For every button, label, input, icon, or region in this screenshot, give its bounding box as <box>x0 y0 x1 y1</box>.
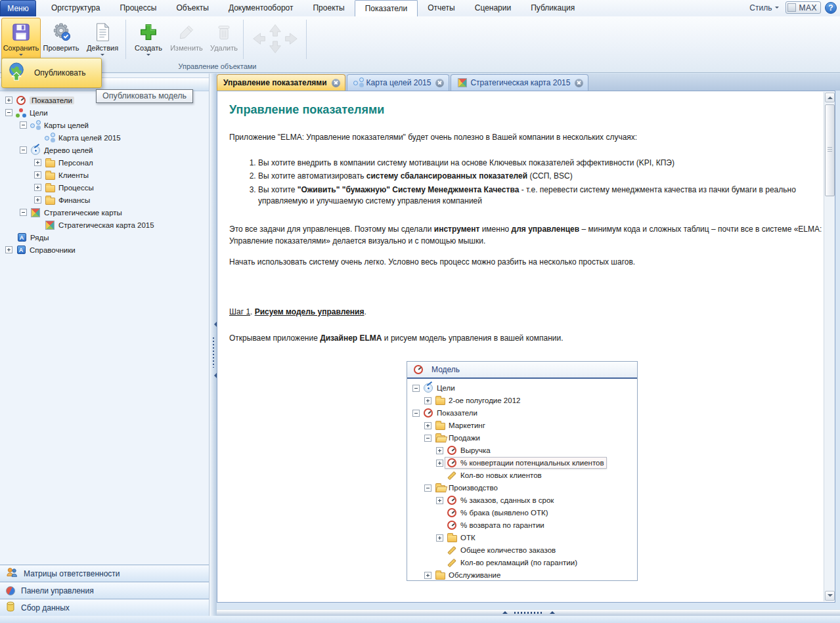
list-item: Вы хотите внедрить в компании систему мо… <box>258 158 827 169</box>
expander-plus-icon[interactable] <box>34 159 41 166</box>
tree-item-processes[interactable]: Процессы <box>0 181 209 194</box>
scroll-down-button[interactable] <box>825 591 835 601</box>
splitter-grip[interactable] <box>213 337 214 368</box>
edit-pencil-icon <box>177 20 196 43</box>
reference-icon <box>16 245 26 255</box>
paragraph: Начать использовать систему очень легко.… <box>229 256 827 268</box>
tab-reports[interactable]: Отчеты <box>418 0 464 16</box>
menu-button[interactable]: Меню <box>0 0 36 16</box>
help-button[interactable]: ? <box>825 2 837 14</box>
move-arrows-group[interactable] <box>247 18 303 61</box>
window-state-icon <box>787 3 796 12</box>
expander-plus-icon[interactable] <box>5 97 12 104</box>
folder-icon <box>45 183 55 193</box>
scrollbar-thumb[interactable] <box>825 104 835 196</box>
style-button[interactable]: Стиль <box>747 2 782 14</box>
gauge-icon <box>447 458 457 468</box>
expander-minus-icon[interactable] <box>20 121 27 129</box>
tree-item-strategy-maps[interactable]: Стратегические карты <box>0 206 209 219</box>
expander-plus-icon <box>424 397 431 404</box>
scroll-up-button[interactable] <box>825 93 835 102</box>
panel-data-collection[interactable]: Сбор данных <box>0 599 209 616</box>
tree-item-goal-map-2015[interactable]: Карта целей 2015 <box>0 131 209 144</box>
tree-item-clients[interactable]: Клиенты <box>0 169 209 181</box>
actions-dropdown-caret[interactable] <box>100 54 104 58</box>
tab-indicators[interactable]: Показатели <box>355 0 418 16</box>
document-tab-bar: Управление показателями Карта целей 2015… <box>217 74 840 91</box>
tab-publication[interactable]: Публикация <box>521 0 585 16</box>
close-tab-icon[interactable] <box>332 79 340 87</box>
tab-projects[interactable]: Проекты <box>303 0 354 16</box>
tree-item-references[interactable]: Справочники <box>0 244 209 256</box>
expander-plus-icon[interactable] <box>34 171 41 179</box>
tree-item-finance[interactable]: Финансы <box>0 194 209 206</box>
tree-item-series[interactable]: Ряды <box>0 231 209 244</box>
maximize-button[interactable]: MAX <box>785 1 821 14</box>
navigator-tree: Показатели Цели Карты целей Карта целей … <box>0 94 209 256</box>
expander-plus-icon[interactable] <box>5 246 12 253</box>
expander-minus-icon[interactable] <box>5 109 12 116</box>
horizontal-splitter[interactable] <box>217 609 840 616</box>
window-controls: Стиль MAX ? <box>747 1 837 14</box>
tree-item: Маркетинг <box>407 419 637 432</box>
create-dropdown-caret[interactable] <box>146 54 150 58</box>
delete-button[interactable]: Удалить <box>205 18 243 61</box>
expander-minus-icon[interactable] <box>20 209 27 216</box>
doc-tab-strategy-map-2015[interactable]: Стратегическая карта 2015 <box>451 74 588 91</box>
publish-menu-item[interactable]: Опубликовать <box>1 58 102 88</box>
tab-objects[interactable]: Объекты <box>166 0 219 16</box>
close-tab-icon[interactable] <box>435 79 444 87</box>
folder-open-icon <box>435 483 445 493</box>
tree-item-goal-tree[interactable]: Дерево целей <box>0 144 209 156</box>
panel-dashboards[interactable]: Панели управления <box>0 582 209 599</box>
expander-plus-icon[interactable] <box>34 196 41 204</box>
folder-icon <box>45 170 55 181</box>
tree-item-goal-maps[interactable]: Карты целей <box>0 119 209 131</box>
edit-button[interactable]: Изменить <box>167 18 206 61</box>
close-tab-icon[interactable] <box>575 79 583 87</box>
main-area: Управление показателями Карта целей 2015… <box>217 74 840 616</box>
ruler-icon <box>447 557 457 568</box>
expander-plus-icon[interactable] <box>34 184 41 191</box>
create-button[interactable]: Создать <box>129 18 167 61</box>
splitter-grip[interactable] <box>514 612 543 614</box>
model-tree: Цели 2-ое полугодие 2012 Показатели <box>407 379 637 582</box>
actions-document-icon <box>93 20 112 43</box>
gauge-icon <box>413 364 424 375</box>
use-cases-list: Вы хотите внедрить в компании систему мо… <box>229 158 827 207</box>
tree-item-goals[interactable]: Цели <box>0 106 209 119</box>
expander-plus-icon <box>436 534 443 542</box>
actions-button[interactable]: Действия <box>83 18 122 61</box>
folder-icon <box>435 395 445 406</box>
list-item: Вы хотите "Оживить" "бумажную" Систему М… <box>258 184 827 207</box>
expander-minus-icon <box>412 385 420 392</box>
gauge-icon <box>447 520 457 530</box>
folder-icon <box>45 195 55 205</box>
vertical-splitter[interactable] <box>209 74 217 616</box>
collapse-left-icon[interactable] <box>211 373 217 378</box>
folder-icon <box>45 158 55 168</box>
publish-tooltip: Опубликовать модель <box>96 89 193 103</box>
tree-item-personnel[interactable]: Персонал <box>0 156 209 169</box>
collapse-left-icon[interactable] <box>211 322 217 327</box>
tab-processes[interactable]: Процессы <box>110 0 166 16</box>
vertical-scrollbar[interactable] <box>824 92 835 601</box>
status-strip <box>0 616 840 623</box>
check-button[interactable]: Проверить <box>42 18 80 61</box>
panel-responsibility-matrices[interactable]: Матрицы ответственности <box>0 565 209 582</box>
delete-trash-icon <box>215 20 233 43</box>
tab-document-flow[interactable]: Документооборот <box>219 0 303 16</box>
doc-tab-goal-map-2015[interactable]: Карта целей 2015 <box>347 74 450 91</box>
tab-scenarios[interactable]: Сценарии <box>465 0 521 16</box>
ribbon-group-label: Управление объектами <box>129 62 305 70</box>
ribbon-tabs: Оргструктура Процессы Объекты Документоо… <box>41 0 585 16</box>
expander-plus-icon <box>436 447 443 454</box>
paragraph: Открываем приложение Дизайнер ELMA и рис… <box>229 332 827 344</box>
folder-icon <box>447 532 457 543</box>
model-screenshot-panel: Модель Цели 2-ое полугодие 2012 <box>407 361 638 581</box>
tree-item-strategy-map-2015[interactable]: Стратегическая карта 2015 <box>0 219 209 231</box>
doc-tab-indicator-management[interactable]: Управление показателями <box>217 74 345 91</box>
tab-orgstructure[interactable]: Оргструктура <box>41 0 110 16</box>
expander-minus-icon[interactable] <box>20 146 27 154</box>
save-button[interactable]: Сохранить <box>1 18 41 61</box>
